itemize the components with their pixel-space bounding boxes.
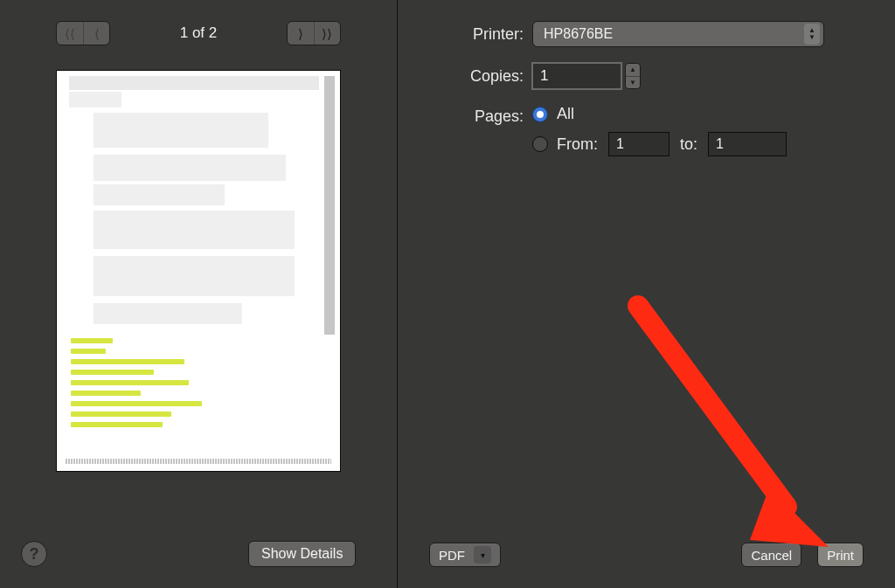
pages-from-label: From:: [557, 135, 598, 154]
preview-nav-forward-group: ⟩ ⟩⟩: [287, 21, 341, 45]
stepper-down-icon: ▼: [626, 77, 640, 89]
pages-to-label: to:: [680, 135, 697, 154]
preview-highlight-line: [71, 338, 113, 343]
preview-highlight-line: [71, 359, 184, 364]
pages-to-input[interactable]: [708, 132, 787, 156]
stepper-up-icon: ▲: [626, 64, 640, 77]
chevron-down-icon: ▾: [474, 546, 491, 564]
page-indicator: 1 of 2: [180, 24, 218, 42]
pages-all-label: All: [557, 105, 574, 123]
preview-highlight-line: [71, 349, 106, 354]
preview-content-block: [94, 184, 225, 205]
copies-row: Copies: ▲ ▼: [429, 63, 864, 89]
print-label: Print: [827, 548, 854, 563]
pdf-menu-button[interactable]: PDF ▾: [429, 543, 501, 567]
preview-content-block: [94, 303, 242, 324]
preview-pane: ⟨⟨ ⟨ 1 of 2 ⟩ ⟩⟩: [0, 0, 398, 588]
preview-highlight-line: [71, 412, 171, 417]
preview-highlight-line: [71, 370, 154, 375]
preview-nav-row: ⟨⟨ ⟨ 1 of 2 ⟩ ⟩⟩: [21, 16, 376, 51]
preview-highlight-line: [71, 401, 202, 406]
printer-selected-value: HP8676BE: [544, 26, 613, 42]
updown-icon: ▲▼: [804, 24, 820, 45]
preview-content-block: [69, 76, 319, 90]
next-page-button[interactable]: ⟩: [288, 22, 314, 45]
pages-from-input[interactable]: [608, 132, 670, 156]
preview-bottom-controls: ? Show Details: [21, 541, 356, 567]
preview-content-block: [94, 155, 286, 181]
pages-options: All From: to:: [532, 105, 787, 165]
preview-content-block: [94, 211, 295, 249]
prev-page-button[interactable]: ⟨: [83, 22, 109, 45]
printer-row: Printer: HP8676BE ▲▼: [429, 21, 864, 47]
chevron-right-icon: ⟩: [298, 26, 303, 42]
options-pane: Printer: HP8676BE ▲▼ Copies: ▲ ▼ Pages: …: [398, 0, 895, 588]
print-button[interactable]: Print: [817, 543, 864, 567]
preview-highlight-line: [71, 391, 141, 396]
preview-footer-line: [66, 459, 331, 464]
preview-scroll-track: [324, 76, 335, 335]
preview-content-block: [94, 113, 268, 148]
preview-content-block: [69, 92, 121, 107]
pages-label: Pages:: [429, 105, 532, 126]
pages-row: Pages: All From: to:: [429, 105, 864, 165]
show-details-button[interactable]: Show Details: [248, 541, 356, 567]
double-chevron-right-icon: ⟩⟩: [322, 26, 332, 42]
copies-input[interactable]: [532, 63, 621, 89]
copies-label: Copies:: [429, 67, 532, 86]
copies-stepper[interactable]: ▲ ▼: [625, 63, 641, 89]
action-buttons: Cancel Print: [741, 543, 864, 567]
radio-checked-icon: [532, 107, 548, 122]
pdf-label: PDF: [439, 548, 465, 563]
preview-highlight-line: [71, 380, 189, 385]
printer-select[interactable]: HP8676BE ▲▼: [532, 21, 824, 47]
show-details-label: Show Details: [261, 546, 343, 562]
preview-highlight-line: [71, 422, 163, 427]
chevron-left-icon: ⟨: [94, 26, 100, 42]
cancel-label: Cancel: [751, 548, 792, 563]
cancel-button[interactable]: Cancel: [741, 543, 801, 567]
pages-all-option[interactable]: All: [532, 105, 787, 123]
pages-range-option[interactable]: From: to:: [532, 132, 787, 156]
preview-nav-back-group: ⟨⟨ ⟨: [56, 21, 110, 45]
last-page-button[interactable]: ⟩⟩: [314, 22, 340, 45]
preview-content-block: [94, 256, 295, 296]
dialog-footer: PDF ▾ Cancel Print: [429, 543, 864, 567]
printer-label: Printer:: [429, 25, 532, 44]
question-mark-icon: ?: [30, 545, 39, 564]
preview-page-thumbnail[interactable]: [56, 70, 341, 472]
radio-unchecked-icon: [532, 136, 548, 152]
preview-paper-wrap: [21, 70, 376, 567]
help-button[interactable]: ?: [21, 541, 47, 567]
first-page-button[interactable]: ⟨⟨: [57, 22, 83, 45]
double-chevron-left-icon: ⟨⟨: [65, 26, 75, 42]
